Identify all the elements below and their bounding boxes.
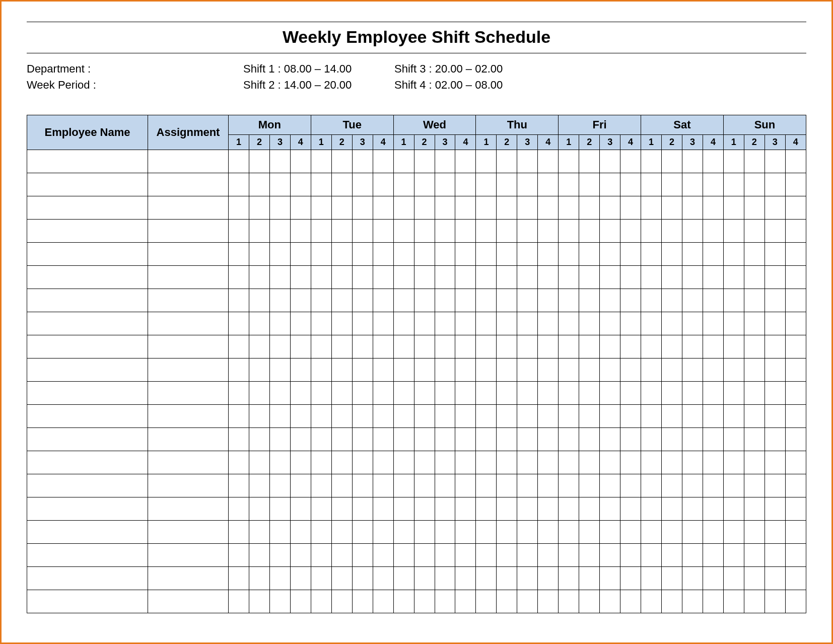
shift-cell[interactable] xyxy=(682,243,703,266)
shift-cell[interactable] xyxy=(476,567,497,590)
shift-cell[interactable] xyxy=(435,451,455,474)
shift-cell[interactable] xyxy=(373,220,393,243)
shift-cell[interactable] xyxy=(331,451,352,474)
shift-cell[interactable] xyxy=(331,474,352,497)
shift-cell[interactable] xyxy=(579,289,600,312)
shift-cell[interactable] xyxy=(497,196,517,220)
shift-cell[interactable] xyxy=(373,243,393,266)
shift-cell[interactable] xyxy=(269,173,290,196)
shift-cell[interactable] xyxy=(290,382,311,405)
shift-cell[interactable] xyxy=(269,382,290,405)
shift-cell[interactable] xyxy=(455,544,476,567)
shift-cell[interactable] xyxy=(538,312,559,335)
shift-cell[interactable] xyxy=(393,289,414,312)
shift-cell[interactable] xyxy=(662,428,682,451)
shift-cell[interactable] xyxy=(785,567,806,590)
shift-cell[interactable] xyxy=(579,590,600,613)
shift-cell[interactable] xyxy=(331,497,352,521)
shift-cell[interactable] xyxy=(620,382,641,405)
shift-cell[interactable] xyxy=(600,196,620,220)
shift-cell[interactable] xyxy=(393,474,414,497)
shift-cell[interactable] xyxy=(393,312,414,335)
shift-cell[interactable] xyxy=(455,220,476,243)
shift-cell[interactable] xyxy=(538,474,559,497)
shift-cell[interactable] xyxy=(476,266,497,289)
shift-cell[interactable] xyxy=(703,451,723,474)
shift-cell[interactable] xyxy=(311,451,331,474)
shift-cell[interactable] xyxy=(331,428,352,451)
shift-cell[interactable] xyxy=(435,428,455,451)
shift-cell[interactable] xyxy=(723,590,744,613)
shift-cell[interactable] xyxy=(331,173,352,196)
shift-cell[interactable] xyxy=(497,428,517,451)
shift-cell[interactable] xyxy=(723,451,744,474)
shift-cell[interactable] xyxy=(723,428,744,451)
shift-cell[interactable] xyxy=(600,150,620,173)
shift-cell[interactable] xyxy=(414,567,435,590)
shift-cell[interactable] xyxy=(414,474,435,497)
shift-cell[interactable] xyxy=(373,451,393,474)
shift-cell[interactable] xyxy=(290,474,311,497)
shift-cell[interactable] xyxy=(600,590,620,613)
shift-cell[interactable] xyxy=(785,405,806,428)
shift-cell[interactable] xyxy=(600,382,620,405)
shift-cell[interactable] xyxy=(435,497,455,521)
shift-cell[interactable] xyxy=(600,544,620,567)
shift-cell[interactable] xyxy=(290,335,311,359)
shift-cell[interactable] xyxy=(497,590,517,613)
shift-cell[interactable] xyxy=(765,173,785,196)
assignment-cell[interactable] xyxy=(148,590,229,613)
shift-cell[interactable] xyxy=(269,266,290,289)
assignment-cell[interactable] xyxy=(148,474,229,497)
shift-cell[interactable] xyxy=(331,521,352,544)
shift-cell[interactable] xyxy=(476,196,497,220)
employee-name-cell[interactable] xyxy=(27,266,148,289)
shift-cell[interactable] xyxy=(476,382,497,405)
shift-cell[interactable] xyxy=(723,497,744,521)
shift-cell[interactable] xyxy=(703,521,723,544)
shift-cell[interactable] xyxy=(744,220,765,243)
shift-cell[interactable] xyxy=(538,405,559,428)
shift-cell[interactable] xyxy=(620,521,641,544)
shift-cell[interactable] xyxy=(785,451,806,474)
shift-cell[interactable] xyxy=(600,266,620,289)
shift-cell[interactable] xyxy=(373,382,393,405)
shift-cell[interactable] xyxy=(331,289,352,312)
shift-cell[interactable] xyxy=(641,451,662,474)
shift-cell[interactable] xyxy=(249,521,269,544)
shift-cell[interactable] xyxy=(393,567,414,590)
shift-cell[interactable] xyxy=(662,289,682,312)
shift-cell[interactable] xyxy=(497,150,517,173)
shift-cell[interactable] xyxy=(393,150,414,173)
shift-cell[interactable] xyxy=(538,150,559,173)
shift-cell[interactable] xyxy=(311,173,331,196)
shift-cell[interactable] xyxy=(249,567,269,590)
shift-cell[interactable] xyxy=(641,521,662,544)
shift-cell[interactable] xyxy=(497,474,517,497)
shift-cell[interactable] xyxy=(744,173,765,196)
shift-cell[interactable] xyxy=(373,196,393,220)
shift-cell[interactable] xyxy=(435,359,455,382)
shift-cell[interactable] xyxy=(517,359,538,382)
shift-cell[interactable] xyxy=(723,335,744,359)
shift-cell[interactable] xyxy=(497,289,517,312)
shift-cell[interactable] xyxy=(703,266,723,289)
shift-cell[interactable] xyxy=(785,289,806,312)
shift-cell[interactable] xyxy=(600,474,620,497)
shift-cell[interactable] xyxy=(517,266,538,289)
shift-cell[interactable] xyxy=(579,196,600,220)
shift-cell[interactable] xyxy=(393,451,414,474)
shift-cell[interactable] xyxy=(765,312,785,335)
shift-cell[interactable] xyxy=(641,428,662,451)
shift-cell[interactable] xyxy=(373,405,393,428)
shift-cell[interactable] xyxy=(703,289,723,312)
shift-cell[interactable] xyxy=(559,289,579,312)
shift-cell[interactable] xyxy=(331,382,352,405)
shift-cell[interactable] xyxy=(311,359,331,382)
shift-cell[interactable] xyxy=(559,220,579,243)
shift-cell[interactable] xyxy=(393,544,414,567)
shift-cell[interactable] xyxy=(517,173,538,196)
shift-cell[interactable] xyxy=(290,521,311,544)
shift-cell[interactable] xyxy=(620,335,641,359)
shift-cell[interactable] xyxy=(373,544,393,567)
